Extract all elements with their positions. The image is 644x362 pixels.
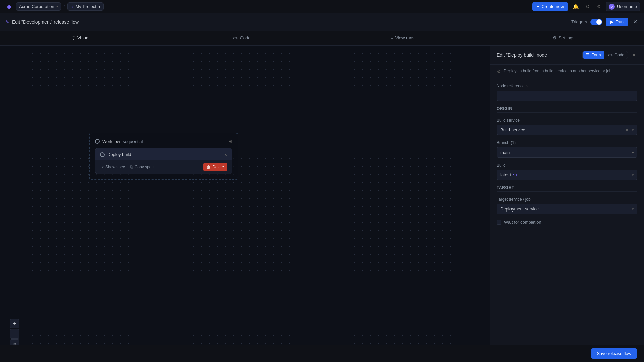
build-group: Build latest 🏷 ▾ (497, 163, 637, 180)
panel-title: Edit "Deploy build" node (497, 52, 580, 58)
workflow-settings-button[interactable]: ⊞ (228, 139, 232, 144)
form-icon: ☰ (586, 53, 590, 57)
main-area: Workflow sequential ⊞ Deploy build ∧ ▾ S… (0, 46, 644, 362)
triggers-toggle[interactable] (590, 19, 602, 25)
panel-code-tab[interactable]: </> Code (604, 51, 628, 59)
tab-settings[interactable]: ⚙ Settings (483, 31, 644, 45)
bottom-bar: Save release flow (0, 345, 644, 362)
tab-view-runs[interactable]: ≡ View runs (322, 31, 483, 45)
branch-group: Branch (1) main ▾ (497, 140, 637, 158)
topbar: ◈ Acme Corporation ▾ / ◇ My Project ▾ + … (0, 0, 644, 13)
show-spec-button[interactable]: ▾ Show spec (100, 163, 127, 171)
branch-select[interactable]: main (497, 147, 637, 158)
node-header[interactable]: Deploy build ∧ (95, 148, 232, 160)
copy-spec-label: Copy spec (135, 165, 154, 169)
app-logo: ◈ (4, 2, 13, 11)
canvas[interactable]: Workflow sequential ⊞ Deploy build ∧ ▾ S… (0, 46, 490, 362)
build-select-wrapper: latest 🏷 ▾ (497, 170, 637, 180)
node-status-icon (100, 152, 105, 157)
create-new-label: Create new (542, 4, 564, 9)
show-spec-icon: ▾ (102, 165, 104, 169)
right-panel: Edit "Deploy build" node ☰ Form </> Code… (490, 46, 644, 362)
node-delete-button[interactable]: 🗑 Delete (203, 163, 227, 171)
deploy-build-node: Deploy build ∧ ▾ Show spec ⎘ Copy spec 🗑… (95, 148, 232, 174)
panel-form-tab[interactable]: ☰ Form (583, 51, 604, 59)
org-selector[interactable]: Acme Corporation ▾ (16, 2, 61, 11)
wait-for-completion-row: Wait for completion (497, 220, 637, 225)
workflow-type: sequential (123, 139, 143, 144)
project-icon: ◇ (70, 4, 73, 9)
zoom-out-button[interactable]: − (10, 329, 19, 339)
build-value-display[interactable]: latest 🏷 (497, 170, 637, 180)
create-new-button[interactable]: + Create new (532, 2, 568, 11)
project-selector[interactable]: ◇ My Project ▾ (67, 2, 103, 11)
node-reference-group: Node reference ? (497, 84, 637, 101)
view-runs-icon: ≡ (391, 35, 393, 40)
origin-section-title: Origin (497, 106, 637, 113)
save-release-flow-button[interactable]: Save release flow (591, 348, 637, 359)
topbar-separator: / (64, 4, 65, 9)
panel-body: Node reference ? Origin Build service Bu… (490, 78, 644, 341)
copy-spec-icon: ⎘ (130, 165, 133, 169)
visual-icon: ⬡ (72, 35, 75, 40)
node-reference-label: Node reference ? (497, 84, 637, 88)
node-reference-input[interactable] (497, 90, 637, 101)
flow-title-text: Edit "Development" release flow (12, 19, 79, 25)
flow-title: ✎ Edit "Development" release flow (5, 19, 79, 25)
create-new-icon: + (536, 4, 539, 10)
username-label: Username (617, 4, 637, 9)
org-chevron: ▾ (56, 5, 58, 8)
code-icon: </> (233, 36, 238, 40)
run-label: Run (615, 19, 624, 24)
settings-button[interactable]: ⚙ (595, 2, 603, 11)
view-runs-label: View runs (395, 35, 414, 40)
notification-button[interactable]: 🔔 (571, 2, 581, 11)
build-service-label: Build service (497, 118, 637, 123)
panel-close-button[interactable]: ✕ (631, 52, 637, 58)
run-button[interactable]: ▶ Run (606, 18, 628, 26)
flow-header-right: Triggers ▶ Run ✕ (571, 17, 639, 26)
desc-text: Deploys a build from a build service to … (504, 69, 612, 73)
build-service-select-wrapper: Build service ✕ ▾ (497, 125, 637, 135)
edit-icon: ✎ (5, 19, 9, 25)
workflow-header: Workflow sequential ⊞ (95, 139, 232, 144)
close-button[interactable]: ✕ (632, 17, 639, 26)
wait-for-completion-checkbox[interactable] (497, 220, 501, 225)
user-menu[interactable]: U Username (606, 2, 640, 11)
refresh-button[interactable]: ↺ (584, 2, 592, 11)
target-service-group: Target service / job Deployment service … (497, 197, 637, 214)
visual-label: Visual (77, 35, 89, 40)
show-spec-label: Show spec (105, 165, 125, 169)
tab-code[interactable]: </> Code (161, 31, 322, 45)
delete-label: Delete (212, 165, 224, 169)
target-section-title: Target (497, 185, 637, 192)
target-service-select[interactable]: Deployment service (497, 204, 637, 214)
code-tab-label: Code (614, 53, 624, 57)
project-name: My Project (75, 4, 96, 9)
run-icon: ▶ (610, 19, 614, 24)
code-label: Code (240, 35, 250, 40)
tab-visual[interactable]: ⬡ Visual (0, 31, 161, 45)
tabs-bar: ⬡ Visual </> Code ≡ View runs ⚙ Settings (0, 31, 644, 46)
build-service-group: Build service Build service ✕ ▾ (497, 118, 637, 135)
topbar-right: + Create new 🔔 ↺ ⚙ U Username (532, 2, 640, 11)
target-service-label: Target service / job (497, 197, 637, 202)
flow-header: ✎ Edit "Development" release flow Trigge… (0, 13, 644, 31)
panel-header: Edit "Deploy build" node ☰ Form </> Code… (490, 46, 644, 65)
zoom-in-button[interactable]: + (10, 319, 19, 328)
panel-description: ⚙ Deploys a build from a build service t… (490, 65, 644, 78)
node-reference-info-icon[interactable]: ? (526, 84, 528, 88)
branch-select-wrapper: main ▾ (497, 147, 637, 158)
target-service-select-wrapper: Deployment service ▾ (497, 204, 637, 214)
copy-spec-button[interactable]: ⎘ Copy spec (128, 163, 156, 171)
project-chevron: ▾ (98, 4, 101, 9)
workflow-container: Workflow sequential ⊞ Deploy build ∧ ▾ S… (89, 133, 238, 180)
org-name: Acme Corporation (19, 4, 54, 9)
build-service-clear-icon[interactable]: ✕ (625, 128, 629, 132)
user-avatar: U (609, 4, 615, 10)
desc-icon: ⚙ (497, 69, 501, 74)
branch-label: Branch (1) (497, 140, 637, 145)
build-service-select[interactable]: Build service (497, 125, 637, 135)
panel-tab-group: ☰ Form </> Code (582, 51, 628, 59)
node-collapse-icon: ∧ (224, 152, 227, 157)
